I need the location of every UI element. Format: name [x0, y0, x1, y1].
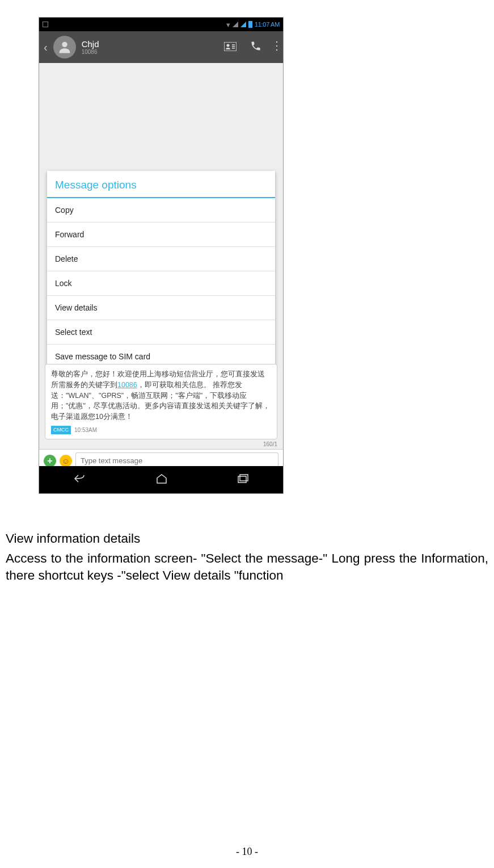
dialog-title: Message options [47, 171, 275, 198]
svg-rect-6 [276, 41, 277, 43]
status-time: 11:07 AM [255, 21, 280, 28]
svg-rect-10 [240, 475, 248, 481]
svg-rect-7 [276, 45, 277, 47]
dialog-item-copy[interactable]: Copy [47, 198, 275, 223]
contact-name: Chjd [82, 39, 218, 49]
doc-body: Access to the information screen- "Selec… [6, 550, 488, 584]
status-bar: ▾ 11:07 AM [39, 18, 283, 31]
avatar[interactable] [53, 36, 76, 58]
add-attachment-icon[interactable]: + [44, 455, 56, 467]
document-text: View information details Access to the i… [6, 530, 488, 584]
signal-icon-2 [240, 22, 246, 27]
bubble-link[interactable]: 10086 [117, 381, 137, 389]
nav-back-icon[interactable] [73, 473, 87, 487]
conversation-header: ‹ Chjd 10086 [39, 31, 283, 63]
nav-recent-icon[interactable] [236, 473, 250, 487]
message-bubble[interactable]: 尊敬的客户，您好！欢迎使用上海移动短信营业厅，您可直接发送所需服务的关键字到10… [45, 364, 277, 439]
doc-heading: View information details [6, 530, 488, 547]
phone-screenshot: ▾ 11:07 AM ‹ Chjd 10086 [39, 17, 284, 494]
signal-icon [233, 22, 238, 27]
dialog-item-select-text[interactable]: Select text [47, 320, 275, 345]
dialog-item-delete[interactable]: Delete [47, 247, 275, 271]
navigation-bar [39, 466, 283, 493]
message-bubble-wrap: 尊敬的客户，您好！欢迎使用上海移动短信营业厅，您可直接发送所需服务的关键字到10… [45, 364, 277, 439]
phone-icon[interactable] [250, 40, 261, 54]
battery-icon [248, 21, 252, 28]
dialog-item-lock[interactable]: Lock [47, 271, 275, 296]
carrier-tag: CMCC [51, 426, 71, 435]
emoji-icon[interactable]: ☺ [60, 455, 72, 467]
overflow-menu-icon[interactable] [275, 41, 278, 54]
contact-info: Chjd 10086 [82, 39, 218, 55]
nav-home-icon[interactable] [155, 473, 168, 487]
status-icon [43, 22, 48, 27]
bubble-timestamp: 10:53AM [74, 426, 97, 434]
char-counter: 160/1 [263, 441, 277, 447]
dialog-item-view-details[interactable]: View details [47, 296, 275, 320]
contact-card-icon[interactable] [224, 41, 237, 54]
back-icon[interactable]: ‹ [44, 41, 48, 54]
page-number: - 10 - [0, 846, 494, 858]
conversation-body: Message options Copy Forward Delete Lock… [39, 63, 283, 466]
wifi-icon: ▾ [226, 20, 230, 29]
svg-rect-9 [238, 476, 246, 483]
dialog-item-forward[interactable]: Forward [47, 223, 275, 247]
svg-rect-8 [276, 49, 277, 51]
svg-point-0 [62, 42, 67, 47]
message-options-dialog: Message options Copy Forward Delete Lock… [47, 171, 275, 368]
svg-point-2 [227, 44, 230, 47]
contact-sub: 10086 [82, 49, 218, 55]
